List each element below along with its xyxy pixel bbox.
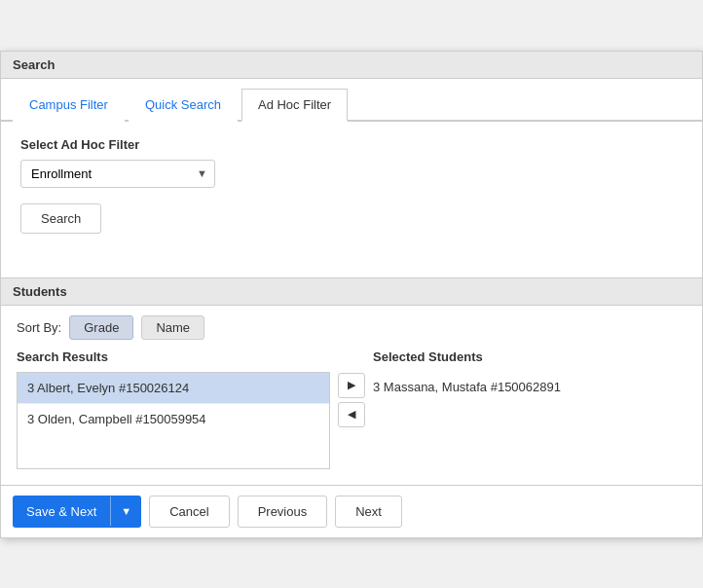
tabs-container: Campus Filter Quick Search Ad Hoc Filter bbox=[1, 79, 702, 122]
adhoc-select-wrapper: Enrollment ▼ bbox=[20, 160, 215, 188]
footer-bar: Save & Next ▼ Cancel Previous Next bbox=[1, 485, 702, 537]
previous-button[interactable]: Previous bbox=[238, 496, 328, 528]
students-section-header: Students bbox=[1, 278, 702, 306]
tab-campus-filter[interactable]: Campus Filter bbox=[13, 89, 125, 122]
search-section-header: Search bbox=[1, 52, 702, 79]
search-results-header: Search Results bbox=[17, 349, 330, 364]
list-item[interactable]: 3 Albert, Evelyn #150026124 bbox=[18, 373, 329, 404]
next-button[interactable]: Next bbox=[335, 496, 402, 528]
main-window: Search Campus Filter Quick Search Ad Hoc… bbox=[0, 51, 703, 538]
save-next-dropdown-icon[interactable]: ▼ bbox=[110, 496, 141, 526]
students-section: Students Sort By: Grade Name Search Resu… bbox=[1, 277, 702, 485]
move-buttons: ▶ ◀ bbox=[330, 373, 373, 427]
selected-students-list: 3 Massana, Mustafa #150062891 bbox=[373, 372, 686, 394]
search-results-list[interactable]: 3 Albert, Evelyn #150026124 3 Olden, Cam… bbox=[17, 372, 330, 469]
list-item[interactable]: 3 Olden, Campbell #150059954 bbox=[18, 404, 329, 434]
move-left-button[interactable]: ◀ bbox=[338, 402, 365, 427]
tab-content-adhoc: Select Ad Hoc Filter Enrollment ▼ Search bbox=[1, 122, 702, 277]
adhoc-filter-select[interactable]: Enrollment bbox=[20, 160, 215, 188]
selected-students-header: Selected Students bbox=[373, 349, 686, 364]
save-next-label: Save & Next bbox=[13, 496, 110, 528]
sort-bar: Sort By: Grade Name bbox=[1, 306, 702, 349]
cancel-button[interactable]: Cancel bbox=[149, 496, 229, 528]
move-right-button[interactable]: ▶ bbox=[338, 373, 365, 398]
sort-by-label: Sort By: bbox=[17, 320, 61, 335]
save-next-button[interactable]: Save & Next ▼ bbox=[13, 496, 141, 528]
select-adhoc-label: Select Ad Hoc Filter bbox=[20, 137, 683, 152]
selected-students-col: Selected Students 3 Massana, Mustafa #15… bbox=[373, 349, 686, 394]
search-button[interactable]: Search bbox=[20, 203, 101, 234]
list-item: 3 Massana, Mustafa #150062891 bbox=[373, 380, 686, 394]
results-area: Search Results 3 Albert, Evelyn #1500261… bbox=[1, 349, 702, 485]
sort-by-grade-button[interactable]: Grade bbox=[69, 315, 133, 340]
sort-by-name-button[interactable]: Name bbox=[141, 315, 204, 340]
tab-quick-search[interactable]: Quick Search bbox=[129, 89, 238, 122]
search-results-col: Search Results 3 Albert, Evelyn #1500261… bbox=[17, 349, 330, 469]
tab-ad-hoc-filter[interactable]: Ad Hoc Filter bbox=[241, 89, 348, 122]
